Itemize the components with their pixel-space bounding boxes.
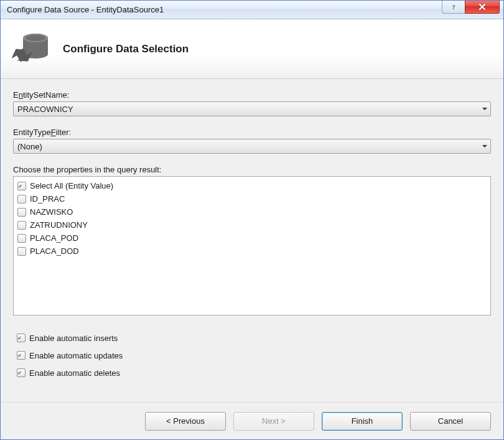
finish-button[interactable]: Finish xyxy=(322,412,403,431)
next-button: Next > xyxy=(233,412,314,431)
property-checkbox[interactable] xyxy=(17,234,26,243)
chevron-down-icon xyxy=(482,108,487,110)
property-row[interactable]: Select All (Entity Value) xyxy=(17,179,487,192)
enable-deletes-checkbox[interactable] xyxy=(17,368,26,377)
property-label: NAZWISKO xyxy=(30,207,73,217)
entitytypefilter-label: EntityTypeFilter: xyxy=(13,128,491,137)
property-checkbox[interactable] xyxy=(17,195,26,204)
entitysetname-select[interactable]: PRACOWNICY xyxy=(13,101,491,116)
properties-label: Choose the properties in the query resul… xyxy=(13,165,491,174)
close-icon xyxy=(478,3,487,11)
dialog-window: Configure Data Source - EntityDataSource… xyxy=(0,0,504,440)
properties-listbox[interactable]: Select All (Entity Value)ID_PRACNAZWISKO… xyxy=(13,176,491,316)
help-button[interactable]: ? xyxy=(442,1,465,14)
enable-inserts-checkbox[interactable] xyxy=(17,334,26,342)
close-button[interactable] xyxy=(465,1,500,14)
property-checkbox[interactable] xyxy=(17,247,26,256)
svg-text:?: ? xyxy=(452,3,455,11)
enable-updates-checkbox[interactable] xyxy=(17,351,26,360)
enable-inserts-row[interactable]: Enable automatic inserts xyxy=(17,329,491,347)
enable-updates-row[interactable]: Enable automatic updates xyxy=(17,347,491,364)
page-heading: Configure Data Selection xyxy=(63,43,189,55)
enable-deletes-row[interactable]: Enable automatic deletes xyxy=(17,364,491,381)
property-checkbox[interactable] xyxy=(17,221,26,230)
svg-point-3 xyxy=(26,35,45,41)
entitysetname-value: PRACOWNICY xyxy=(17,105,73,114)
cancel-button[interactable]: Cancel xyxy=(410,412,491,431)
entitysetname-label: EntitySetName: xyxy=(13,90,491,100)
property-label: ID_PRAC xyxy=(30,194,65,204)
options-block: Enable automatic inserts Enable automati… xyxy=(13,329,491,381)
wizard-footer: < Previous Next > Finish Cancel xyxy=(1,402,503,439)
property-row[interactable]: ID_PRAC xyxy=(17,192,487,205)
property-row[interactable]: ZATRUDNIONY xyxy=(17,218,487,232)
titlebar: Configure Data Source - EntityDataSource… xyxy=(1,1,503,19)
enable-deletes-label: Enable automatic deletes xyxy=(29,368,120,378)
header-band: Configure Data Selection xyxy=(1,19,503,79)
datasource-icon xyxy=(12,32,50,67)
property-checkbox[interactable] xyxy=(17,182,26,190)
property-label: PLACA_DOD xyxy=(30,246,79,256)
previous-button[interactable]: < Previous xyxy=(145,412,226,431)
property-row[interactable]: PLACA_DOD xyxy=(17,245,487,258)
entitytypefilter-value: (None) xyxy=(17,142,42,151)
property-checkbox[interactable] xyxy=(17,208,26,217)
enable-updates-label: Enable automatic updates xyxy=(29,351,123,360)
window-title: Configure Data Source - EntityDataSource… xyxy=(7,5,442,14)
property-label: ZATRUDNIONY xyxy=(30,220,88,230)
content-area: EntitySetName: PRACOWNICY EntityTypeFilt… xyxy=(1,79,503,402)
help-icon: ? xyxy=(450,3,457,11)
property-row[interactable]: NAZWISKO xyxy=(17,205,487,218)
enable-inserts-label: Enable automatic inserts xyxy=(29,334,118,343)
property-label: PLACA_POD xyxy=(30,233,78,243)
chevron-down-icon xyxy=(482,145,487,147)
property-label: Select All (Entity Value) xyxy=(30,181,113,190)
titlebar-buttons: ? xyxy=(442,1,503,19)
entitytypefilter-select[interactable]: (None) xyxy=(13,139,491,154)
property-row[interactable]: PLACA_POD xyxy=(17,232,487,245)
